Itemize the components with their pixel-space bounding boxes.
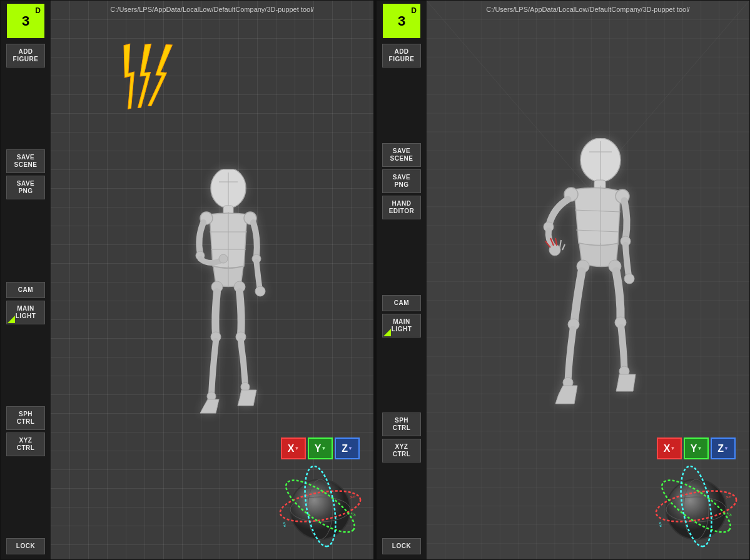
add-figure-button-right[interactable]: ADDFIGURE bbox=[382, 44, 421, 68]
path-title-right: C:/Users/LPS/AppData/LocalLow/DefaultCom… bbox=[486, 6, 689, 13]
svg-point-13 bbox=[219, 254, 228, 263]
svg-point-15 bbox=[255, 286, 265, 296]
sph-ctrl-button-right[interactable]: SPHCTRL bbox=[382, 412, 421, 436]
main-light-wrapper-right: MAINLIGHT bbox=[382, 314, 421, 338]
svg-point-23 bbox=[290, 479, 350, 539]
right-viewport[interactable]: C:/Users/LPS/AppData/LocalLow/DefaultCom… bbox=[427, 1, 749, 559]
xyz-controls-right: X ▼ Y ▼ Z ▼ bbox=[652, 438, 740, 550]
xyz-buttons-right: X ▼ Y ▼ Z ▼ bbox=[657, 438, 736, 459]
hand-editor-button-right[interactable]: HANDEDITOR bbox=[382, 196, 421, 219]
left-viewport[interactable]: C:/Users/LPS/AppData/LocalLow/DefaultCom… bbox=[51, 1, 373, 559]
main-light-wrapper-left: MAINLIGHT bbox=[6, 301, 45, 324]
lock-button-left[interactable]: LOCK bbox=[6, 538, 45, 554]
right-panel: 3 D ADDFIGURE SAVESCENE SAVEPNG HANDEDIT… bbox=[376, 0, 750, 560]
svg-text:»»: »» bbox=[281, 521, 288, 528]
rotation-ring-right[interactable]: »» »» »» bbox=[652, 462, 740, 550]
figure-svg-left bbox=[166, 169, 291, 457]
rotation-ring-left[interactable]: »» »» »» bbox=[276, 462, 364, 550]
xyz-controls-left: X ▼ Y ▼ Z ▼ bbox=[276, 438, 364, 550]
path-title-left: C:/Users/LPS/AppData/LocalLow/DefaultCom… bbox=[110, 6, 313, 13]
figure-left[interactable] bbox=[166, 169, 291, 459]
cam-button-left[interactable]: CAM bbox=[6, 282, 45, 298]
logo-text: 3 bbox=[22, 13, 29, 29]
main-light-indicator-left bbox=[8, 316, 15, 323]
svg-text:»»: »» bbox=[726, 493, 732, 500]
logo-superscript-right: D bbox=[411, 6, 417, 15]
y-axis-button-right[interactable]: Y ▼ bbox=[684, 438, 709, 459]
logo-text-right: 3 bbox=[398, 13, 405, 29]
save-png-button-left[interactable]: SAVEPNG bbox=[6, 176, 45, 199]
x-axis-button-left[interactable]: X ▼ bbox=[281, 438, 306, 459]
logo-button-left[interactable]: 3 D bbox=[7, 4, 44, 38]
right-sidebar: 3 D ADDFIGURE SAVESCENE SAVEPNG HANDEDIT… bbox=[377, 1, 427, 559]
svg-point-60 bbox=[666, 479, 726, 539]
y-axis-button-left[interactable]: Y ▼ bbox=[308, 438, 333, 459]
xyz-ctrl-button-left[interactable]: XYZCTRL bbox=[6, 432, 45, 456]
svg-text:»»: »» bbox=[350, 493, 357, 500]
z-axis-button-right[interactable]: Z ▼ bbox=[711, 438, 736, 459]
svg-line-49 bbox=[560, 240, 561, 248]
svg-line-50 bbox=[562, 244, 565, 250]
svg-point-45 bbox=[549, 244, 560, 256]
svg-marker-2 bbox=[148, 43, 173, 107]
add-figure-button-left[interactable]: ADDFIGURE bbox=[6, 44, 45, 68]
xyz-ctrl-button-right[interactable]: XYZCTRL bbox=[382, 439, 421, 462]
logo-superscript: D bbox=[35, 6, 41, 15]
xyz-buttons-left: X ▼ Y ▼ Z ▼ bbox=[281, 438, 360, 459]
save-png-button-right[interactable]: SAVEPNG bbox=[382, 169, 421, 193]
left-sidebar: 3 D ADDFIGURE SAVESCENE SAVEPNG CAM MAIN… bbox=[1, 1, 51, 559]
arrows-decoration-left bbox=[113, 38, 188, 116]
figure-right[interactable] bbox=[519, 138, 669, 453]
save-scene-button-left[interactable]: SAVESCENE bbox=[6, 149, 45, 173]
lock-button-right[interactable]: LOCK bbox=[382, 538, 421, 554]
sph-ctrl-button-left[interactable]: SPHCTRL bbox=[6, 406, 45, 430]
cam-button-right[interactable]: CAM bbox=[382, 295, 421, 311]
save-scene-button-right[interactable]: SAVESCENE bbox=[382, 143, 421, 167]
x-axis-button-right[interactable]: X ▼ bbox=[657, 438, 682, 459]
svg-text:»»: »» bbox=[657, 521, 664, 528]
z-axis-button-left[interactable]: Z ▼ bbox=[335, 438, 360, 459]
logo-button-right[interactable]: 3 D bbox=[383, 4, 420, 38]
main-light-indicator-right bbox=[383, 329, 391, 336]
svg-point-52 bbox=[624, 274, 634, 284]
left-panel: 3 D ADDFIGURE SAVESCENE SAVEPNG CAM MAIN… bbox=[0, 0, 374, 560]
figure-svg-right bbox=[519, 138, 669, 451]
